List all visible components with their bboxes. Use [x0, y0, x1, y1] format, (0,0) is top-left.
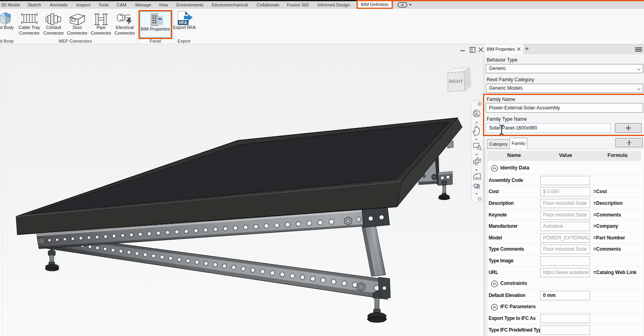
svg-text:RIGHT: RIGHT — [449, 79, 463, 84]
svg-text:RFA: RFA — [179, 21, 187, 25]
